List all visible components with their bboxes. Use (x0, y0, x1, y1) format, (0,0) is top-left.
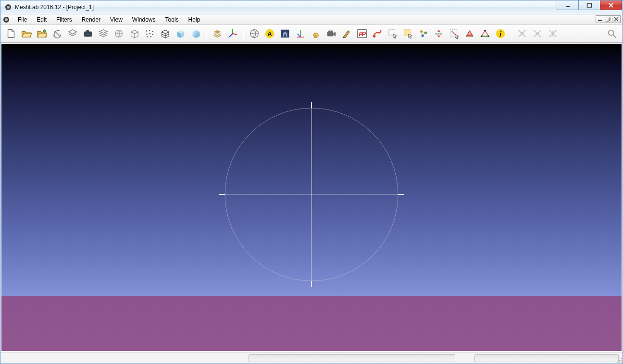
solid-flat-button[interactable] (173, 26, 187, 41)
scene-3d[interactable] (1, 44, 622, 351)
new-project-button[interactable] (4, 26, 18, 41)
svg-rect-8 (606, 18, 610, 22)
svg-point-51 (484, 29, 486, 31)
menu-help[interactable]: Help (184, 15, 205, 24)
menu-windows[interactable]: Windows (127, 15, 161, 24)
svg-rect-34 (314, 36, 317, 37)
georef-button[interactable]: GEOREF (432, 26, 446, 41)
info-button[interactable]: i (493, 26, 508, 41)
align-button[interactable]: A (262, 26, 277, 41)
open-mesh-button[interactable] (35, 26, 49, 41)
svg-point-21 (147, 36, 148, 37)
points-button[interactable] (142, 26, 157, 41)
svg-point-12 (87, 33, 89, 35)
toolbar-group-4 (514, 26, 561, 41)
axis-indicator-button[interactable] (293, 26, 308, 41)
paint-button[interactable] (339, 26, 354, 41)
menu-filters[interactable]: Filters (51, 15, 77, 24)
toolbar-group-3: A PP (247, 26, 508, 41)
close-button[interactable] (600, 0, 622, 10)
mdi-minimize-button[interactable] (596, 15, 604, 23)
open-project-button[interactable] (19, 26, 34, 41)
svg-point-19 (150, 33, 151, 34)
menu-edit[interactable]: Edit (32, 15, 51, 24)
svg-point-17 (152, 31, 153, 32)
measure-1-button (515, 26, 529, 41)
svg-point-18 (146, 33, 148, 35)
wireframe-button[interactable] (158, 26, 172, 41)
svg-text:P: P (362, 30, 366, 37)
search-button[interactable] (605, 26, 619, 41)
menu-view[interactable]: View (105, 15, 127, 24)
svg-text:GEOREF: GEOREF (435, 33, 443, 35)
svg-line-33 (298, 34, 300, 37)
select-invert-button[interactable] (462, 26, 477, 41)
window-title: MeshLab 2016.12 - [Project_1] (15, 4, 94, 11)
measure-3-button (546, 26, 560, 41)
maximize-button[interactable] (578, 0, 600, 10)
svg-point-5 (5, 18, 8, 21)
svg-line-56 (613, 35, 616, 37)
menu-render[interactable]: Render (77, 15, 105, 24)
progress-bar-1 (249, 354, 455, 362)
toolbar-group-1 (3, 26, 203, 41)
svg-point-36 (328, 30, 331, 33)
svg-rect-2 (566, 6, 570, 7)
select-faces-button[interactable] (401, 26, 415, 41)
titlebar: MeshLab 2016.12 - [Project_1] (0, 0, 623, 14)
brush-button[interactable] (370, 26, 385, 41)
menu-file[interactable]: File (13, 15, 32, 24)
toolbar-separator (243, 27, 244, 40)
svg-rect-13 (86, 30, 89, 32)
pp-filter-button[interactable]: PP (355, 26, 369, 41)
app-icon (4, 3, 12, 11)
snapshot-button[interactable] (81, 26, 95, 41)
solid-smooth-button[interactable] (188, 26, 203, 41)
menubar: File Edit Filters Render View Windows To… (0, 14, 623, 25)
menu-tools[interactable]: Tools (161, 15, 184, 24)
reload-button[interactable] (50, 26, 64, 41)
resize-grip[interactable] (615, 356, 622, 363)
shading-stack-button[interactable] (210, 26, 224, 41)
progress-bar-2 (474, 354, 619, 362)
select-connected-button[interactable] (416, 26, 431, 41)
trackball-gizmo[interactable] (215, 98, 408, 291)
light-edit-button[interactable] (309, 26, 323, 41)
camera-button[interactable] (324, 26, 338, 41)
svg-point-16 (149, 30, 150, 31)
home-button[interactable] (278, 26, 292, 41)
layer-dialog-button[interactable] (96, 26, 111, 41)
mdi-close-button[interactable] (612, 15, 621, 23)
toolbar-separator (206, 27, 207, 40)
statusbar (0, 352, 623, 364)
svg-point-20 (152, 34, 153, 35)
axes-colored-button[interactable] (225, 26, 240, 41)
globe-button[interactable] (247, 26, 262, 41)
svg-point-22 (150, 36, 151, 37)
mdi-controls (596, 15, 621, 23)
svg-point-55 (609, 30, 614, 35)
svg-rect-3 (587, 3, 592, 7)
svg-line-25 (229, 34, 233, 37)
toolbar: A PP (0, 25, 623, 42)
svg-point-37 (331, 30, 333, 33)
import-raster-button[interactable] (65, 26, 80, 41)
measure-2-button (530, 26, 545, 41)
mdi-restore-button[interactable] (604, 15, 612, 23)
svg-point-41 (373, 35, 376, 37)
select-vertices-button[interactable] (386, 26, 400, 41)
viewport-container (0, 42, 623, 352)
viewport[interactable] (1, 44, 622, 351)
bounding-box-button[interactable] (127, 26, 141, 41)
globe-shading-button[interactable] (112, 26, 126, 41)
select-poly-button[interactable] (478, 26, 492, 41)
window-controls (557, 0, 622, 10)
svg-point-50 (488, 35, 490, 37)
select-rect-button[interactable] (447, 26, 461, 41)
svg-point-49 (481, 35, 483, 37)
minimize-button[interactable] (557, 0, 579, 10)
svg-point-15 (146, 30, 147, 32)
toolbar-group-2 (210, 26, 240, 41)
svg-line-24 (233, 34, 237, 35)
svg-text:A: A (267, 30, 272, 37)
